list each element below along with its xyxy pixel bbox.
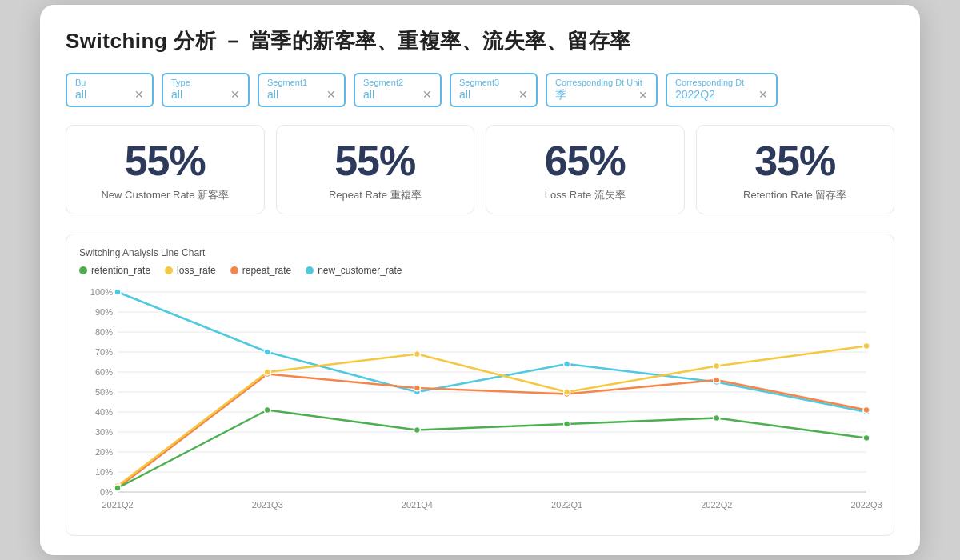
filter-label-corresponding_dt_unit: Corresponding Dt Unit (555, 78, 650, 87)
filter-corresponding_dt[interactable]: Corresponding Dt 2022Q2 ✕ (666, 73, 778, 107)
chart-legend: retention_rate loss_rate repeat_rate new… (79, 265, 881, 276)
legend-dot-loss_rate (165, 266, 173, 274)
filter-bu[interactable]: Bu all ✕ (66, 73, 154, 107)
kpi-card-new_customer_rate: 55% New Customer Rate 新客率 (66, 125, 265, 214)
filter-label-segment3: Segment3 (459, 78, 530, 87)
legend-label-new_customer_rate: new_customer_rate (318, 265, 402, 276)
filter-label-segment2: Segment2 (363, 78, 434, 87)
legend-dot-retention_rate (79, 266, 87, 274)
legend-item-new_customer_rate: new_customer_rate (306, 265, 402, 276)
kpi-value-repeat_rate: 55% (290, 140, 462, 182)
filter-clear-segment3[interactable]: ✕ (517, 88, 530, 101)
filter-value-segment3: all (459, 88, 470, 101)
legend-item-repeat_rate: repeat_rate (230, 265, 291, 276)
kpi-value-new_customer_rate: 55% (79, 140, 251, 182)
filter-label-type: Type (171, 78, 242, 87)
page-title: Switching 分析 － 當季的新客率、重複率、流失率、留存率 (66, 27, 894, 55)
filter-label-bu: Bu (75, 78, 146, 87)
legend-label-loss_rate: loss_rate (177, 265, 216, 276)
chart-section: Switching Analysis Line Chart retention_… (66, 234, 894, 536)
kpi-card-repeat_rate: 55% Repeat Rate 重複率 (276, 125, 475, 214)
filters-row: Bu all ✕ Type all ✕ Segment1 all ✕ Segme… (66, 73, 894, 107)
kpi-label-repeat_rate: Repeat Rate 重複率 (290, 188, 462, 202)
filter-clear-type[interactable]: ✕ (229, 88, 242, 101)
filter-clear-corresponding_dt[interactable]: ✕ (757, 88, 770, 101)
kpi-value-loss_rate: 65% (499, 140, 671, 182)
filter-value-corresponding_dt_unit: 季 (555, 88, 566, 102)
main-card: Switching 分析 － 當季的新客率、重複率、流失率、留存率 Bu all… (40, 5, 920, 555)
filter-value-segment1: all (267, 88, 278, 101)
chart-title: Switching Analysis Line Chart (79, 247, 881, 258)
kpi-label-loss_rate: Loss Rate 流失率 (499, 188, 671, 202)
legend-dot-new_customer_rate (306, 266, 314, 274)
kpi-label-new_customer_rate: New Customer Rate 新客率 (79, 188, 251, 202)
filter-segment2[interactable]: Segment2 all ✕ (354, 73, 442, 107)
filter-clear-segment2[interactable]: ✕ (421, 88, 434, 101)
filter-label-segment1: Segment1 (267, 78, 338, 87)
filter-value-type: all (171, 88, 182, 101)
filter-label-corresponding_dt: Corresponding Dt (675, 78, 770, 87)
filter-type[interactable]: Type all ✕ (162, 73, 250, 107)
legend-item-retention_rate: retention_rate (79, 265, 150, 276)
legend-item-loss_rate: loss_rate (165, 265, 216, 276)
kpi-label-retention_rate: Retention Rate 留存率 (710, 188, 882, 202)
filter-clear-bu[interactable]: ✕ (133, 88, 146, 101)
filter-corresponding_dt_unit[interactable]: Corresponding Dt Unit 季 ✕ (546, 73, 658, 107)
filter-clear-segment1[interactable]: ✕ (325, 88, 338, 101)
filter-value-bu: all (75, 88, 86, 101)
kpi-row: 55% New Customer Rate 新客率 55% Repeat Rat… (66, 125, 894, 214)
legend-label-repeat_rate: repeat_rate (242, 265, 291, 276)
chart-canvas (79, 284, 882, 524)
filter-segment1[interactable]: Segment1 all ✕ (258, 73, 346, 107)
legend-dot-repeat_rate (230, 266, 238, 274)
filter-segment3[interactable]: Segment3 all ✕ (450, 73, 538, 107)
filter-clear-corresponding_dt_unit[interactable]: ✕ (637, 89, 650, 102)
kpi-card-retention_rate: 35% Retention Rate 留存率 (696, 125, 895, 214)
filter-value-segment2: all (363, 88, 374, 101)
legend-label-retention_rate: retention_rate (91, 265, 150, 276)
kpi-card-loss_rate: 65% Loss Rate 流失率 (486, 125, 685, 214)
kpi-value-retention_rate: 35% (710, 140, 882, 182)
filter-value-corresponding_dt: 2022Q2 (675, 88, 715, 101)
